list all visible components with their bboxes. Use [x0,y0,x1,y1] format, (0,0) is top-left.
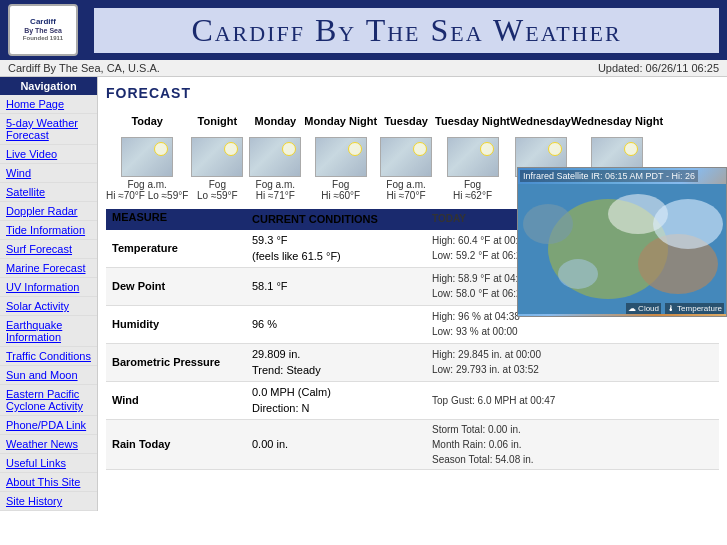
sidebar-item-3[interactable]: Wind [0,164,97,183]
sidebar-item-11[interactable]: Earthquake Information [0,316,97,347]
condition-current-3: 29.809 in. Trend: Steady [246,344,426,381]
condition-measure-2: Humidity [106,316,246,332]
condition-measure-3: Barometric Pressure [106,354,246,370]
sidebar-item-15[interactable]: Phone/PDA Link [0,416,97,435]
condition-measure-4: Wind [106,392,246,408]
condition-row-3: Barometric Pressure29.809 in. Trend: Ste… [106,344,719,382]
forecast-hilo-4: Hi ≈70°F [377,190,435,201]
sidebar: Navigation Home Page5-day Weather Foreca… [0,77,98,511]
forecast-icon-1 [191,137,243,177]
sidebar-item-9[interactable]: UV Information [0,278,97,297]
forecast-icon-0 [121,137,173,177]
sidebar-item-8[interactable]: Marine Forecast [0,259,97,278]
forecast-day-1: TonightFogLo ≈59°F [188,107,246,201]
sidebar-item-16[interactable]: Weather News [0,435,97,454]
forecast-desc-0: Fog a.m. [106,179,188,190]
forecast-desc-3: Fog [304,179,377,190]
logo-text: Cardiff By The Sea Founded 1911 [23,17,63,42]
day-label-0: Today [106,107,188,135]
map-info: Infrared Satellite IR: 06:15 AM PDT - Hi… [520,170,698,182]
sidebar-item-6[interactable]: Tide Information [0,221,97,240]
condition-current-5: 0.00 in. [246,434,426,455]
forecast-hilo-1: Lo ≈59°F [188,190,246,201]
day-label-5: Tuesday Night [435,107,510,135]
weather-map: Infrared Satellite IR: 06:15 AM PDT - Hi… [517,167,727,317]
forecast-icon-5 [447,137,499,177]
location-label: Cardiff By The Sea, CA, U.S.A. [8,62,160,74]
forecast-icon-3 [315,137,367,177]
sidebar-item-4[interactable]: Satellite [0,183,97,202]
svg-point-6 [558,259,598,289]
day-label-4: Tuesday [377,107,435,135]
forecast-day-2: MondayFog a.m.Hi ≈71°F [246,107,304,201]
map-legend: ☁ Cloud 🌡 Temperature [626,303,724,314]
sidebar-item-7[interactable]: Surf Forecast [0,240,97,259]
layout: Navigation Home Page5-day Weather Foreca… [0,77,727,511]
forecast-desc-1: Fog [188,179,246,190]
condition-row-4: Wind0.0 MPH (Calm) Direction: NTop Gust:… [106,382,719,420]
sidebar-item-14[interactable]: Eastern Pacific Cyclone Activity [0,385,97,416]
condition-measure-0: Temperature [106,240,246,256]
site-title: Cardiff By The Sea Weather [94,8,719,53]
header-current: CURRENT CONDITIONS [246,209,426,230]
condition-measure-5: Rain Today [106,436,246,452]
condition-current-1: 58.1 °F [246,276,426,297]
sidebar-item-10[interactable]: Solar Activity [0,297,97,316]
updated-label: Updated: 06/26/11 06:25 [598,62,719,74]
forecast-icon-4 [380,137,432,177]
forecast-icon-2 [249,137,301,177]
map-svg [518,184,727,314]
svg-point-3 [523,204,573,244]
top-bar: Cardiff By The Sea, CA, U.S.A. Updated: … [0,60,727,77]
sidebar-title: Navigation [0,77,97,95]
condition-current-2: 96 % [246,314,426,335]
forecast-hilo-3: Hi ≈60°F [304,190,377,201]
condition-today-5: Storm Total: 0.00 in. Month Rain: 0.06 i… [426,420,719,469]
forecast-desc-4: Fog a.m. [377,179,435,190]
day-label-1: Tonight [188,107,246,135]
sidebar-item-5[interactable]: Doppler Radar [0,202,97,221]
forecast-hilo-2: Hi ≈71°F [246,190,304,201]
sidebar-item-12[interactable]: Traffic Conditions [0,347,97,366]
forecast-desc-2: Fog a.m. [246,179,304,190]
condition-today-4: Top Gust: 6.0 MPH at 00:47 [426,391,719,410]
day-label-3: Monday Night [304,107,377,135]
sidebar-item-17[interactable]: Useful Links [0,454,97,473]
day-label-2: Monday [246,107,304,135]
sidebar-item-13[interactable]: Sun and Moon [0,366,97,385]
forecast-desc-5: Fog [435,179,510,190]
forecast-hilo-5: Hi ≈62°F [435,190,510,201]
forecast-day-4: TuesdayFog a.m.Hi ≈70°F [377,107,435,201]
day-label-6: Wednesday [510,107,571,135]
forecast-title: FORECAST [106,85,719,101]
main-content: FORECAST TodayFog a.m.Hi ≈70°F Lo ≈59°FT… [98,77,727,511]
sidebar-item-0[interactable]: Home Page [0,95,97,114]
day-label-7: Wednesday Night [571,107,663,135]
header: Cardiff By The Sea Founded 1911 Cardiff … [0,0,727,60]
sidebar-item-18[interactable]: About This Site [0,473,97,492]
logo: Cardiff By The Sea Founded 1911 [8,4,78,56]
condition-current-4: 0.0 MPH (Calm) Direction: N [246,382,426,419]
condition-current-0: 59.3 °F (feels like 61.5 °F) [246,230,426,267]
condition-today-3: High: 29.845 in. at 00:00 Low: 29.793 in… [426,345,719,379]
forecast-hilo-0: Hi ≈70°F Lo ≈59°F [106,190,188,201]
forecast-day-0: TodayFog a.m.Hi ≈70°F Lo ≈59°F [106,107,188,201]
sidebar-item-19[interactable]: Site History [0,492,97,511]
forecast-day-3: Monday NightFogHi ≈60°F [304,107,377,201]
sidebar-item-2[interactable]: Live Video [0,145,97,164]
sidebar-item-1[interactable]: 5-day Weather Forecast [0,114,97,145]
forecast-day-5: Tuesday NightFogHi ≈62°F [435,107,510,201]
svg-point-5 [653,199,723,249]
condition-row-5: Rain Today0.00 in.Storm Total: 0.00 in. … [106,420,719,470]
condition-measure-1: Dew Point [106,278,246,294]
header-measure: MEASURE [106,209,246,230]
